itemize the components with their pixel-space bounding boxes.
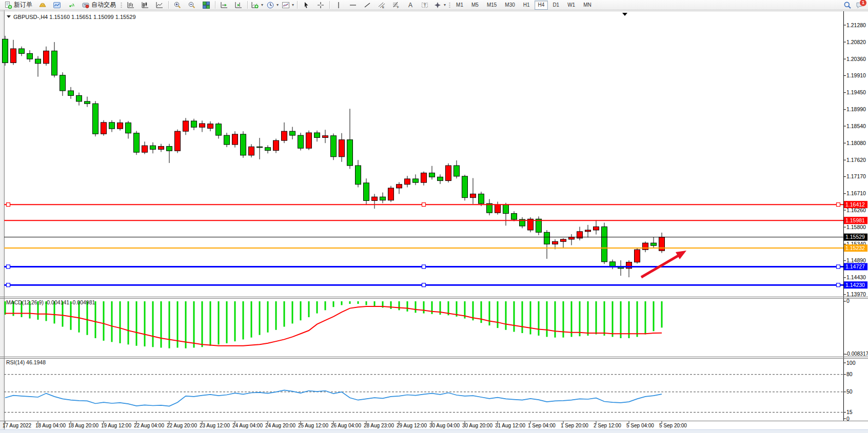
svg-text:1.19450: 1.19450 (846, 89, 866, 95)
svg-text:22 Aug 04:00: 22 Aug 04:00 (134, 423, 164, 428)
periods-button-dropdown[interactable]: ▾ (277, 3, 279, 7)
periods-button[interactable]: ▾ (265, 0, 280, 10)
autotrading-button[interactable]: 自动交易 (78, 0, 119, 10)
fibonacci-icon: F (392, 1, 400, 9)
price-label-1.14230: 1.14230 (844, 281, 867, 288)
chart-shift-button[interactable] (231, 0, 246, 10)
toolbar-separator (247, 1, 248, 9)
svg-text:5 Sep 04:00: 5 Sep 04:00 (626, 423, 654, 428)
rsi-label: RSI(14) 46.1948 (6, 359, 46, 365)
svg-text:1.15800: 1.15800 (846, 224, 866, 230)
svg-text:1.18990: 1.18990 (846, 106, 866, 112)
templates-icon (282, 1, 290, 9)
tf-m15[interactable]: M15 (483, 1, 500, 10)
svg-text:31 Aug 12:00: 31 Aug 12:00 (495, 423, 525, 428)
main-toolbar: 新订单自动交易▾▾▾EFAT▾M1M5M15M30H1H4D1W1MN1 (0, 0, 868, 10)
chart-svg[interactable]: GBPUSD-,H4 1.15160 1.15651 1.15099 1.155… (0, 10, 868, 430)
chart-title: GBPUSD-,H4 1.15160 1.15651 1.15099 1.155… (7, 14, 136, 20)
gold-ingot-button[interactable] (35, 0, 50, 10)
templates-button-dropdown[interactable]: ▾ (292, 3, 294, 7)
arrows-button-dropdown[interactable]: ▾ (444, 3, 446, 7)
terminal-icon (53, 1, 61, 9)
svg-text:30 Aug 20:00: 30 Aug 20:00 (462, 423, 492, 428)
tf-h4[interactable]: H4 (535, 1, 548, 10)
svg-text:1.18080: 1.18080 (846, 140, 866, 146)
tf-m5[interactable]: M5 (468, 1, 482, 10)
toolbar-separator (297, 1, 298, 9)
tf-h1[interactable]: H1 (520, 1, 534, 10)
svg-text:25 Aug 12:00: 25 Aug 12:00 (298, 423, 328, 428)
svg-text:1.20360: 1.20360 (846, 56, 866, 62)
indicators-button-dropdown[interactable]: ▾ (261, 3, 263, 7)
tf-d1[interactable]: D1 (549, 1, 563, 10)
tile-windows-icon (202, 1, 210, 9)
svg-text:1.21280: 1.21280 (846, 22, 866, 28)
tf-m1[interactable]: M1 (452, 1, 467, 10)
price-label-1.15529: 1.15529 (844, 234, 867, 241)
toolbar-separator (168, 1, 169, 9)
line-chart-button[interactable] (152, 0, 167, 10)
svg-text:1.15981: 1.15981 (845, 217, 865, 223)
autotrading-button-label: 自动交易 (91, 1, 116, 9)
svg-text:1 Sep 04:00: 1 Sep 04:00 (528, 423, 556, 428)
trendline-icon (363, 1, 371, 9)
signals-icon (67, 1, 75, 9)
svg-text:1.15529: 1.15529 (845, 234, 865, 240)
tf-mn[interactable]: MN (580, 1, 595, 10)
gold-ingot-icon (38, 1, 47, 9)
mt4-window: 新订单自动交易▾▾▾EFAT▾M1M5M15M30H1H4D1W1MN1 GBP… (0, 0, 868, 433)
new-order-button-label: 新订单 (14, 1, 32, 9)
svg-text:18 Aug 04:00: 18 Aug 04:00 (35, 423, 66, 428)
date-axis[interactable]: 17 Aug 202218 Aug 04:0018 Aug 20:0019 Au… (3, 421, 687, 428)
svg-text:26 Aug 04:00: 26 Aug 04:00 (331, 423, 361, 428)
svg-text:-0.008317: -0.008317 (845, 351, 868, 357)
bar-chart-icon (127, 1, 135, 9)
svg-text:17 Aug 2022: 17 Aug 2022 (3, 423, 32, 428)
svg-text:24 Aug 20:00: 24 Aug 20:00 (265, 423, 295, 428)
horizontal-line-button[interactable] (346, 0, 360, 10)
text-button[interactable]: A (403, 0, 418, 10)
svg-text:18 Aug 20:00: 18 Aug 20:00 (68, 423, 98, 428)
auto-scroll-button[interactable] (217, 0, 231, 10)
line-chart-icon (155, 1, 164, 9)
svg-text:A: A (408, 2, 412, 9)
terminal-button[interactable] (50, 0, 64, 10)
text-label-button[interactable]: T (418, 0, 432, 10)
text-label-icon: T (421, 1, 429, 9)
svg-text:29 Aug 12:00: 29 Aug 12:00 (397, 423, 427, 428)
svg-text:2 Sep 12:00: 2 Sep 12:00 (594, 423, 621, 428)
cursor-button[interactable] (299, 0, 313, 10)
zoom-out-button[interactable] (185, 0, 199, 10)
vertical-line-button[interactable] (331, 0, 346, 10)
crosshair-button[interactable] (313, 0, 328, 10)
svg-text:1.16412: 1.16412 (845, 201, 865, 208)
zoom-in-button[interactable] (170, 0, 185, 10)
bar-chart-button[interactable] (124, 0, 138, 10)
candlestick-chart-button[interactable] (138, 0, 152, 10)
chart-shift-icon (234, 1, 243, 9)
svg-text:0: 0 (846, 298, 850, 304)
chat-button[interactable]: 1 (856, 1, 864, 9)
tile-windows-button[interactable] (199, 0, 213, 10)
window-bottom-edge (0, 429, 868, 433)
templates-button[interactable]: ▾ (280, 0, 295, 10)
svg-text:5 Sep 20:00: 5 Sep 20:00 (659, 423, 687, 428)
equidistant-channel-button[interactable]: E (374, 0, 389, 10)
new-order-button[interactable]: 新订单 (1, 0, 35, 10)
svg-text:1.18540: 1.18540 (846, 123, 866, 129)
periods-icon (266, 1, 274, 9)
svg-text:1.19910: 1.19910 (846, 72, 866, 78)
signals-button[interactable] (64, 0, 78, 10)
toolbar-grip (448, 2, 451, 9)
arrows-button[interactable]: ▾ (432, 0, 447, 10)
chart-area[interactable]: GBPUSD-,H4 1.15160 1.15651 1.15099 1.155… (0, 10, 868, 430)
svg-text:T: T (424, 3, 427, 8)
tf-w1[interactable]: W1 (564, 1, 579, 10)
svg-text:80: 80 (846, 371, 853, 377)
search-icon[interactable] (843, 1, 852, 9)
tf-m30[interactable]: M30 (501, 1, 518, 10)
price-label-1.14727: 1.14727 (844, 263, 867, 270)
fibonacci-button[interactable]: F (389, 0, 403, 10)
indicators-button[interactable]: ▾ (249, 0, 265, 10)
trendline-button[interactable] (360, 0, 374, 10)
